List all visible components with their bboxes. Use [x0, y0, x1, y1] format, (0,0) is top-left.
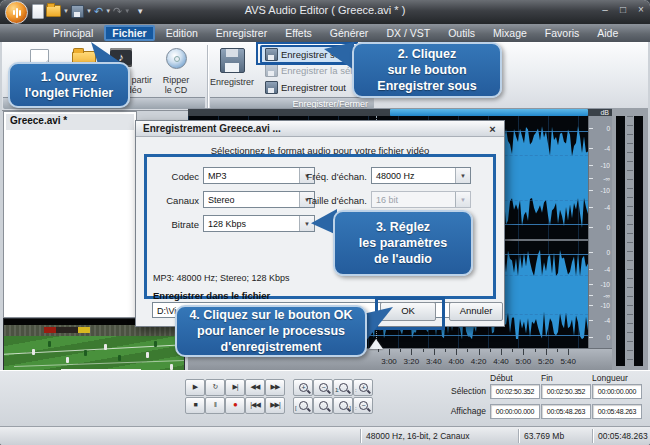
dialog-close-icon[interactable]: ×: [486, 123, 499, 136]
save-all-icon: [265, 81, 278, 94]
db-tick-label: -4: [604, 144, 610, 151]
forward-button[interactable]: ▶▶: [265, 379, 285, 396]
record-button[interactable]: ●: [225, 397, 245, 414]
stop-button[interactable]: ■: [185, 397, 205, 414]
cd-icon: [166, 48, 187, 69]
zoom-selection-button[interactable]: [: [293, 397, 313, 414]
bitrate-select[interactable]: 128 Kbps▼: [203, 215, 315, 232]
menu-bar: Principal Fichier Edition Enregistrer Ef…: [0, 24, 650, 42]
menu-fichier[interactable]: Fichier: [104, 25, 154, 41]
zoom-level-button[interactable]: 1:: [333, 379, 353, 396]
bitrate-label: Bitrate: [151, 219, 199, 230]
dialog-title: Enregistrement Greece.avi ...: [136, 121, 504, 137]
rewind-button[interactable]: ◀◀: [245, 379, 265, 396]
menu-dx-vst[interactable]: DX / VST: [379, 25, 437, 41]
file-list-panel: Greece.avi *: [3, 111, 137, 318]
ruler-tick-label: 4:00: [448, 357, 464, 366]
save-label: Enregistrer: [202, 77, 262, 87]
format-summary: MP3: 48000 Hz; Stereo; 128 Kbps: [153, 273, 290, 283]
menu-mixage[interactable]: Mixage: [486, 25, 534, 41]
scrollbar-thumb[interactable]: [390, 109, 588, 116]
callout-step3: 3. Réglez les paramètres de l'audio: [333, 210, 473, 276]
db-tick-label: -4: [604, 204, 610, 211]
loop-button[interactable]: ↻: [205, 379, 225, 396]
chevron-down-icon: ▼: [455, 192, 470, 207]
ruler-tick-label: 5:20: [538, 357, 554, 366]
zoom-out-button[interactable]: −: [313, 379, 333, 396]
selection-length-field[interactable]: 00:00:00.000: [592, 384, 642, 399]
menu-enregistrer[interactable]: Enregistrer: [209, 25, 274, 41]
pause-button[interactable]: ‖: [205, 397, 225, 414]
db-tick-label: -10: [601, 162, 610, 169]
db-tick-label: -10: [601, 186, 610, 193]
ruler-tick-label: 3:40: [426, 357, 442, 366]
sample-select: 16 bit▼: [371, 191, 471, 208]
app-window: ▼ ▼ ↶ ▼ ↷ ▼ ▼ AVS Audio Editor ( Greece.…: [0, 0, 650, 445]
play-button[interactable]: ▶: [185, 379, 205, 396]
cancel-button[interactable]: Annuler: [449, 302, 503, 321]
db-tick-label: -10: [601, 302, 610, 309]
channels-select[interactable]: Stereo▼: [203, 191, 315, 208]
menu-edition[interactable]: Edition: [159, 25, 205, 41]
zoom-vertical-in-button[interactable]: :+: [353, 379, 373, 396]
zoom-in-button[interactable]: +: [293, 379, 313, 396]
db-tick-label: -∞: [603, 174, 610, 181]
ruler-tick-label: 5:40: [560, 357, 576, 366]
zoom-full-button[interactable]: [313, 397, 333, 414]
save-all-button[interactable]: Enregistrer tout: [262, 80, 349, 95]
chevron-down-icon[interactable]: ▼: [455, 168, 470, 183]
save-selection-icon: [265, 64, 278, 77]
db-tick-label: 0: [606, 334, 610, 341]
menu-aide[interactable]: Aide: [590, 25, 625, 41]
channels-label: Canaux: [151, 195, 199, 206]
db-tick-label: -10: [601, 280, 610, 287]
col-header-longueur: Longueur: [592, 373, 628, 383]
display-length-field[interactable]: 00:05:48.263: [592, 404, 642, 419]
callout-step4: 4. Cliquez sur le bouton OK pour lancer …: [175, 305, 367, 357]
rip-cd-button[interactable]: [166, 48, 187, 69]
title-bar: ▼ ▼ ↶ ▼ ↷ ▼ ▼ AVS Audio Editor ( Greece.…: [0, 0, 650, 24]
ruler-tick-label: 4:40: [493, 357, 509, 366]
codec-label: Codec: [151, 171, 199, 182]
selection-start-field[interactable]: 00:02:50.352: [490, 384, 540, 399]
zoom-vertical-out-button[interactable]: :−: [353, 397, 373, 414]
minimize-button[interactable]: –: [596, 3, 614, 17]
play-to-end-button[interactable]: ▶|: [225, 379, 245, 396]
go-start-button[interactable]: |◀◀: [245, 397, 265, 414]
scoreboard: [44, 327, 56, 333]
menu-generer[interactable]: Générer: [323, 25, 376, 41]
display-start-field[interactable]: 00:00:00.000: [490, 404, 540, 419]
waveform-scrollbar[interactable]: [188, 109, 612, 116]
callout-step1: 1. Ouvrez l'onglet Fichier: [8, 62, 130, 108]
close-button[interactable]: ×: [632, 3, 650, 17]
transport-bar: ▶ ↻ ▶| ◀◀ ▶▶ ■ ‖ ● |◀◀ ▶▶| + − 1: :+ [ ]…: [0, 370, 650, 427]
display-end-field[interactable]: 00:05:48.263: [541, 404, 591, 419]
db-tick-label: 0: [606, 125, 610, 132]
menu-effets[interactable]: Effets: [278, 25, 319, 41]
codec-select[interactable]: MP3▼: [203, 167, 315, 184]
window-title: AVS Audio Editor ( Greece.avi * ): [0, 4, 650, 16]
db-scale-title: dB: [600, 109, 609, 116]
file-list-item[interactable]: Greece.avi *: [6, 114, 134, 130]
db-tick-label: 0: [606, 223, 610, 230]
status-bar: 48000 Hz, 16-bit, 2 Canaux 63.769 Mb 00:…: [0, 426, 650, 445]
file-label: Enregistrer dans le fichier: [153, 290, 270, 301]
level-meter-left: [616, 116, 625, 366]
freq-select[interactable]: 48000 Hz▼: [371, 167, 471, 184]
maximize-button[interactable]: □: [614, 3, 632, 17]
ruler-tick-label: 4:20: [471, 357, 487, 366]
freq-label: Fréq. d'échan.: [301, 171, 367, 182]
selection-end-field[interactable]: 00:02:50.352: [541, 384, 591, 399]
save-button[interactable]: [220, 48, 245, 73]
menu-principal[interactable]: Principal: [46, 25, 100, 41]
menu-favoris[interactable]: Favoris: [538, 25, 586, 41]
row-label-selection: Sélection: [442, 386, 486, 396]
db-tick-label: -4: [604, 265, 610, 272]
zoom-all-button[interactable]: ]: [333, 397, 353, 414]
rip-cd-label: Ripper le CD: [154, 75, 198, 96]
go-end-button[interactable]: ▶▶|: [265, 397, 285, 414]
col-header-debut: Début: [490, 373, 513, 383]
menu-outils[interactable]: Outils: [441, 25, 482, 41]
playhead-marker[interactable]: [369, 339, 383, 349]
db-tick-label: -4: [604, 317, 610, 324]
